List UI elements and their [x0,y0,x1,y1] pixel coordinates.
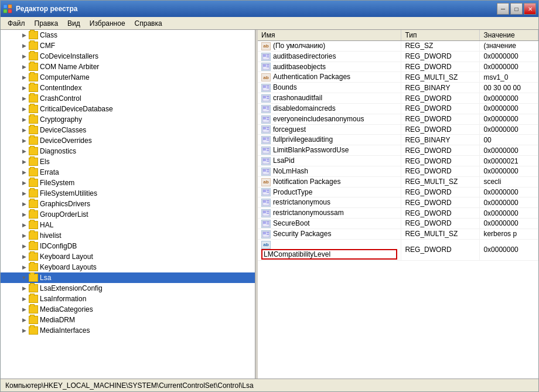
table-row[interactable]: forceguestREG_DWORD0x0000000 [258,124,538,135]
table-row[interactable]: restrictanonymoussamREG_DWORD0x0000000 [258,208,538,219]
registry-name-cell[interactable]: LsaPid [258,156,401,166]
tree-expander[interactable]: ▶ [19,136,29,145]
tree-expander[interactable]: ▶ [19,305,29,314]
menu-file[interactable]: Файл [3,18,30,29]
tree-expander[interactable]: ▶ [19,241,29,251]
tree-item[interactable]: ▶FileSystemUtilities [1,188,255,199]
tree-item[interactable]: ▶Cryptography [1,114,255,125]
tree-expander[interactable]: ▼ [19,273,29,282]
table-row[interactable]: LimitBlankPasswordUseREG_DWORD0x0000000 [258,145,538,156]
name-input[interactable] [264,250,352,258]
tree-expander[interactable]: ▶ [19,115,29,124]
tree-item[interactable]: ▶hivelist [1,230,255,241]
tree-item[interactable]: ▶CriticalDeviceDatabase [1,104,255,114]
registry-name-cell[interactable]: ProductType [258,187,401,197]
table-row[interactable]: abAuthentication PackagesREG_MULTI_SZmsv… [258,72,538,83]
registry-name-cell[interactable]: SecureBoot [258,219,401,229]
tree-expander[interactable]: ▶ [19,146,29,156]
tree-item[interactable]: ▶CMF [1,40,255,51]
tree-item[interactable]: ▶GraphicsDrivers [1,199,255,209]
registry-name-cell[interactable]: ab(По умолчанию) [258,41,401,52]
tree-expander[interactable]: ▶ [19,220,29,230]
registry-name-cell[interactable]: restrictanonymoussam [258,208,401,219]
registry-name-cell[interactable]: LimitBlankPasswordUse [258,145,401,156]
table-row[interactable]: crashonauditfailREG_DWORD0x0000000 [258,93,538,104]
registry-name-cell[interactable]: auditbaseobjects [258,62,401,72]
tree-item[interactable]: ▶CrashControl [1,93,255,104]
table-row[interactable]: disabledomaincredsREG_DWORD0x0000000 [258,103,538,114]
tree-expander[interactable]: ▶ [19,178,29,188]
close-button[interactable]: ✕ [524,3,536,15]
tree-expander[interactable]: ▶ [19,284,29,293]
tree-item[interactable]: ▶DeviceClasses [1,125,255,135]
table-row[interactable]: restrictanonymousREG_DWORD0x0000000 [258,197,538,208]
table-row[interactable]: fullprivilegeauditingREG_BINARY00 [258,135,538,145]
tree-expander[interactable]: ▶ [19,199,29,209]
menu-view[interactable]: Вид [63,18,85,29]
tree-expander[interactable]: ▶ [19,62,29,71]
tree-expander[interactable]: ▶ [19,168,29,177]
tree-expander[interactable]: ▶ [19,83,29,93]
tree-item[interactable]: ▶DeviceOverrides [1,135,255,146]
tree-item[interactable]: ▶FileSystem [1,178,255,188]
menu-edit[interactable]: Правка [30,18,63,29]
registry-name-cell[interactable]: abNotification Packages [258,176,401,187]
tree-expander[interactable]: ▶ [19,231,29,240]
tree-item[interactable]: ▶GroupOrderList [1,209,255,220]
tree-item[interactable]: ▶LsaExtensionConfig [1,283,255,294]
tree-item[interactable]: ▶Keyboard Layout [1,251,255,262]
registry-name-cell[interactable]: ab [258,239,401,260]
tree-item[interactable]: ▶Diagnostics [1,146,255,156]
registry-name-cell[interactable]: auditbasedirectories [258,51,401,62]
tree-item[interactable]: ▶Errata [1,167,255,178]
tree-expander[interactable]: ▶ [19,73,29,82]
tree-expander[interactable]: ▶ [19,104,29,114]
table-row[interactable]: ProductTypeREG_DWORD0x0000000 [258,187,538,197]
tree-expander[interactable]: ▶ [19,52,29,61]
table-row[interactable]: auditbasedirectoriesREG_DWORD0x0000000 [258,51,538,62]
tree-item[interactable]: ▶MediaCategories [1,304,255,315]
tree-expander[interactable]: ▶ [19,210,29,219]
values-table[interactable]: Имя Тип Значение ab(По умолчанию)REG_SZ(… [258,30,538,379]
minimize-button[interactable]: ─ [497,3,509,15]
tree-item[interactable]: ▶MediaInterfaces [1,325,255,336]
tree-expander[interactable]: ▶ [19,41,29,50]
tree-expander[interactable]: ▶ [19,263,29,272]
table-row[interactable]: auditbaseobjectsREG_DWORD0x0000000 [258,62,538,72]
tree-expander[interactable]: ▶ [19,252,29,261]
menu-favorites[interactable]: Избранное [85,18,130,29]
registry-name-cell[interactable]: disabledomaincreds [258,103,401,114]
maximize-button[interactable]: □ [510,3,523,15]
tree-expander[interactable]: ▶ [19,94,29,103]
table-row[interactable]: abREG_DWORD0x0000000 [258,239,538,260]
registry-name-cell[interactable]: fullprivilegeauditing [258,135,401,145]
tree-item[interactable]: ▶ContentIndex [1,83,255,93]
table-row[interactable]: LsaPidREG_DWORD0x0000021 [258,156,538,166]
table-row[interactable]: BoundsREG_BINARY00 30 00 00 [258,83,538,93]
tree-expander[interactable]: ▶ [19,30,29,40]
table-row[interactable]: NoLmHashREG_DWORD0x0000000 [258,166,538,176]
table-row[interactable]: abNotification PackagesREG_MULTI_SZscecl… [258,176,538,187]
tree-expander[interactable]: ▶ [19,157,29,166]
tree-item[interactable]: ▶Els [1,156,255,167]
registry-name-cell[interactable]: abAuthentication Packages [258,72,401,83]
registry-name-cell[interactable]: crashonauditfail [258,93,401,104]
tree-expander[interactable]: ▶ [19,294,29,304]
table-row[interactable]: SecureBootREG_DWORD0x0000000 [258,219,538,229]
tree-item[interactable]: ▶Class [1,30,255,40]
tree-item[interactable]: ▶IDConfigDB [1,241,255,251]
tree-item[interactable]: ▶COM Name Arbiter [1,62,255,72]
tree-item[interactable]: ▶Keyboard Layouts [1,262,255,272]
registry-name-cell[interactable]: restrictanonymous [258,197,401,208]
menu-help[interactable]: Справка [130,18,167,29]
registry-name-cell[interactable]: Bounds [258,83,401,93]
table-row[interactable]: everyoneincludesanonymousREG_DWORD0x0000… [258,114,538,124]
tree-item[interactable]: ▶CoDeviceInstallers [1,51,255,62]
registry-name-cell[interactable]: Security Packages [258,229,401,239]
table-row[interactable]: Security PackagesREG_MULTI_SZkerberos p [258,229,538,239]
registry-name-cell[interactable]: everyoneincludesanonymous [258,114,401,124]
tree-item[interactable]: ▶LsaInformation [1,294,255,304]
table-row[interactable]: ab(По умолчанию)REG_SZ(значение [258,41,538,52]
tree-item[interactable]: ▶MediaDRM [1,315,255,325]
tree-expander[interactable]: ▶ [19,189,29,198]
